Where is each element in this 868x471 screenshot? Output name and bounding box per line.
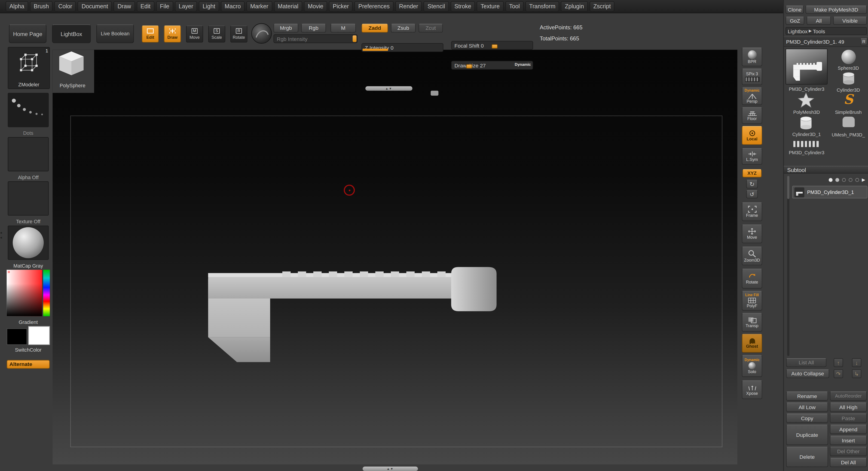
clone-button[interactable]: Clone — [785, 5, 804, 14]
menu-item[interactable]: Zscript — [590, 1, 615, 11]
polymesh3d-star-icon[interactable] — [798, 92, 814, 108]
tool-item-label[interactable]: PM3D_Cylinder3 — [785, 86, 828, 92]
subtool-option-icon[interactable] — [842, 178, 846, 182]
tool-item-label[interactable]: PolyMesh3D — [785, 109, 828, 115]
persp-button[interactable]: Dynamic Persp — [742, 87, 763, 105]
menu-item[interactable]: Texture — [477, 1, 503, 11]
insert-button[interactable]: Insert — [830, 436, 867, 445]
xyz-button[interactable]: XYZ — [742, 169, 762, 177]
hue-strip[interactable] — [43, 270, 50, 316]
all-high-button[interactable]: All High — [830, 402, 867, 412]
alternate-button[interactable]: Alternate — [7, 360, 50, 369]
home-page-button[interactable]: Home Page — [9, 24, 46, 43]
slider-knob[interactable] — [466, 64, 472, 69]
menu-item[interactable]: Layer — [175, 1, 197, 11]
cylinder3d-icon[interactable] — [841, 72, 856, 86]
current-tool-widget[interactable]: PolySphere — [56, 47, 89, 89]
tool-item-label[interactable]: PM3D_Cylinder3 — [785, 150, 828, 156]
del-all-button[interactable]: Del All — [830, 458, 867, 467]
umesh-icon[interactable] — [843, 116, 855, 127]
live-boolean-button[interactable]: Live Boolean — [96, 24, 134, 43]
move-mode-button[interactable]: M Move — [186, 25, 203, 42]
spix-slider[interactable]: SPix 3 — [742, 69, 763, 85]
menu-item[interactable]: Macro — [221, 1, 245, 11]
floor-button[interactable]: Floor — [742, 107, 763, 124]
z-intensity-slider[interactable]: Z Intensity 0 — [362, 43, 443, 52]
subtool-copy-icon-button[interactable]: ↷ — [834, 369, 843, 378]
menu-item[interactable]: File — [156, 1, 173, 11]
goz-visible-button[interactable]: Visible — [833, 16, 867, 25]
subtool-scrollbar-handle[interactable] — [787, 176, 789, 199]
texture-widget[interactable]: Texture Off — [8, 181, 49, 226]
sphere3d-icon[interactable] — [841, 49, 856, 64]
panel-collapse-handle[interactable]: ◂ ◂ — [0, 230, 2, 240]
menu-item[interactable]: Marker — [246, 1, 272, 11]
slider-knob[interactable] — [363, 49, 388, 51]
tool-item-label[interactable]: SimpleBrush — [829, 109, 867, 115]
current-tool-bar[interactable]: PM3D_Cylinder3D_1. 49 R — [784, 36, 868, 47]
saturation-value-square[interactable] — [7, 270, 42, 316]
slider-knob[interactable] — [353, 35, 356, 42]
draw-size-slider[interactable]: Draw Size 27 Dynamic — [451, 61, 533, 69]
tool-item-label[interactable]: Cylinder3D_1 — [785, 132, 828, 137]
m-button[interactable]: M — [331, 24, 356, 33]
lightbox-tools-bar[interactable]: Lightbox ▶ Tools — [785, 27, 867, 35]
play-icon[interactable]: ▶ — [862, 177, 865, 182]
stroke-widget[interactable]: Dots — [8, 93, 49, 137]
tool-item-label[interactable]: Sphere3D — [829, 65, 867, 71]
move-button[interactable]: Move — [742, 225, 763, 243]
cylinder3d-1-icon[interactable] — [798, 115, 814, 130]
menu-item[interactable]: Transform — [525, 1, 559, 11]
transp-button[interactable]: Transp — [742, 313, 763, 332]
menu-item[interactable]: Draw — [114, 1, 135, 11]
goz-all-button[interactable]: All — [807, 16, 831, 25]
menu-item[interactable]: Material — [274, 1, 302, 11]
zoom3d-button[interactable]: Zoom3D — [742, 246, 763, 265]
menu-item[interactable]: Light — [199, 1, 219, 11]
del-other-button[interactable]: Del Other — [830, 447, 867, 456]
edit-mode-button[interactable]: Edit — [142, 25, 159, 42]
menu-item[interactable]: Preferences — [354, 1, 394, 11]
scale-mode-button[interactable]: S Scale — [208, 25, 225, 42]
zcut-button[interactable]: Zcut — [418, 24, 443, 33]
subtool-option-icon[interactable] — [848, 178, 852, 182]
simplebrush-icon[interactable]: S — [844, 93, 854, 106]
subtool-down-button[interactable]: ↓ — [852, 358, 862, 367]
zsub-button[interactable]: Zsub — [391, 24, 416, 33]
auto-collapse-button[interactable]: Auto Collapse — [786, 369, 829, 378]
spin-cw-button[interactable]: ↻ — [746, 180, 758, 189]
material-widget[interactable]: MatCap Gray — [8, 226, 49, 270]
menu-item[interactable]: Document — [78, 1, 112, 11]
mrgb-button[interactable]: Mrgb — [273, 24, 298, 33]
switch-color-widget[interactable]: SwitchColor — [7, 325, 50, 353]
menu-item[interactable]: Alpha — [5, 1, 28, 11]
subtool-option-icon[interactable] — [855, 178, 859, 182]
append-button[interactable]: Append — [830, 425, 867, 434]
paste-button[interactable]: Paste — [830, 413, 867, 423]
frame-button[interactable]: Frame — [742, 202, 763, 221]
delete-button[interactable]: Delete — [786, 447, 828, 467]
draw-mode-button[interactable]: Draw — [164, 25, 181, 42]
menu-item[interactable]: Render — [395, 1, 422, 11]
xpose-button[interactable]: Xpose — [742, 380, 763, 399]
rotate-view-button[interactable]: Rotate — [742, 269, 763, 289]
goz-button[interactable]: GoZ — [785, 16, 804, 25]
main-color-swatch[interactable] — [7, 328, 27, 345]
canvas-bottom-scrollbar[interactable]: ▲▼ — [363, 467, 418, 471]
model-3d[interactable] — [53, 49, 738, 464]
canvas-top-scrollbar[interactable]: ▲▼ — [365, 86, 412, 91]
local-button[interactable]: Local — [742, 126, 763, 145]
menu-item[interactable]: Stroke — [451, 1, 475, 11]
duplicate-button[interactable]: Duplicate — [786, 425, 828, 445]
autoreorder-button[interactable]: AutoReorder — [830, 391, 867, 401]
rename-button[interactable]: Rename — [786, 391, 828, 401]
menu-item[interactable]: Color — [54, 1, 76, 11]
copy-button[interactable]: Copy — [786, 413, 828, 423]
restore-config-button[interactable]: R — [860, 38, 867, 45]
zadd-button[interactable]: Zadd — [362, 24, 388, 33]
color-picker-widget[interactable]: Gradient — [7, 270, 50, 325]
alpha-widget[interactable]: Alpha Off — [8, 137, 49, 181]
menu-item[interactable]: Movie — [304, 1, 327, 11]
ghost-button[interactable]: Ghost — [742, 334, 763, 352]
lsym-button[interactable]: L.Sym — [742, 148, 763, 165]
